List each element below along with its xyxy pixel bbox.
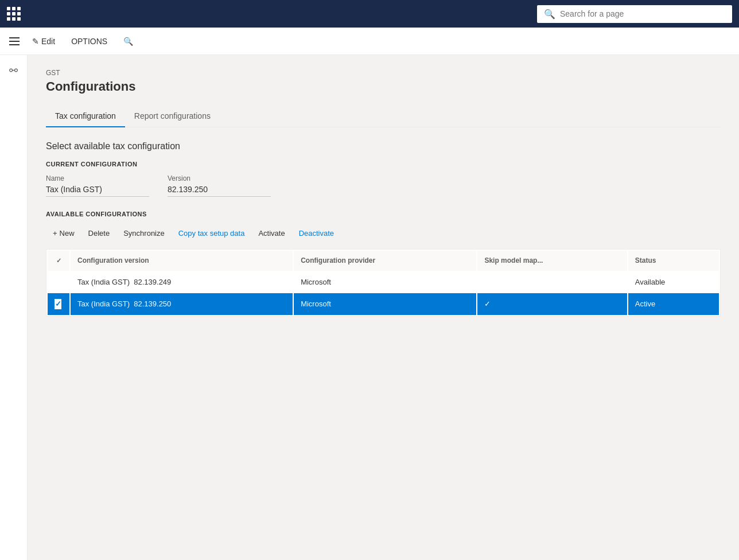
row-config-version: Tax (India GST) 82.139.249	[71, 272, 293, 292]
deactivate-label: Deactivate	[299, 229, 334, 238]
row-config-version: Tax (India GST) 82.139.250	[71, 293, 293, 315]
synchronize-button[interactable]: Synchronize	[116, 224, 172, 242]
edit-icon: ✎	[32, 37, 39, 46]
main-layout: ⚯ GST Configurations Tax configuration R…	[0, 55, 739, 560]
new-icon: +	[53, 229, 57, 238]
row-skip-model	[477, 272, 627, 292]
config-name: Tax (India GST)	[77, 300, 130, 308]
top-nav-bar: 🔍	[0, 0, 739, 28]
action-bar: + New Delete Synchronize Copy tax setup …	[46, 224, 721, 242]
tab-tax-configuration[interactable]: Tax configuration	[46, 106, 125, 127]
main-content: GST Configurations Tax configuration Rep…	[28, 55, 739, 560]
page-title: Configurations	[46, 79, 721, 94]
top-bar-left	[7, 7, 21, 21]
row-check-cell[interactable]	[48, 272, 68, 283]
synchronize-label: Synchronize	[123, 229, 165, 238]
col-config-version: Configuration version	[71, 251, 293, 271]
options-label: OPTIONS	[71, 37, 107, 46]
version-label: Version	[168, 174, 271, 182]
header-checkbox[interactable]	[55, 257, 63, 265]
copy-tax-label: Copy tax setup data	[178, 229, 245, 238]
config-version: 82.139.249	[134, 278, 171, 286]
config-name: Tax (India GST)	[77, 278, 130, 286]
row-check-cell[interactable]	[48, 293, 68, 315]
row-provider: Microsoft	[294, 293, 476, 315]
delete-button[interactable]: Delete	[81, 224, 117, 242]
tabs-container: Tax configuration Report configurations	[46, 106, 721, 127]
name-field: Name Tax (India GST)	[46, 174, 149, 197]
name-label: Name	[46, 174, 149, 182]
col-skip-model: Skip model map...	[477, 251, 627, 271]
search-toolbar-button[interactable]: 🔍	[120, 34, 137, 48]
current-config-label: CURRENT CONFIGURATION	[46, 161, 721, 168]
new-label: New	[60, 229, 75, 238]
config-table: Configuration version Configuration prov…	[46, 249, 721, 317]
col-config-provider: Configuration provider	[294, 251, 476, 271]
version-field: Version 82.139.250	[168, 174, 271, 197]
row-status: Active	[628, 293, 719, 315]
table-row[interactable]: Tax (India GST) 82.139.250Microsoft✓Acti…	[48, 293, 719, 315]
tab-report-configurations[interactable]: Report configurations	[125, 106, 220, 127]
edit-button[interactable]: ✎ Edit	[29, 34, 59, 48]
breadcrumb: GST	[46, 69, 721, 77]
hamburger-menu-icon[interactable]	[9, 37, 20, 45]
options-button[interactable]: OPTIONS	[68, 34, 111, 48]
search-input[interactable]	[560, 9, 725, 18]
col-check	[48, 251, 69, 271]
row-skip-model: ✓	[477, 293, 627, 315]
col-status: Status	[628, 251, 719, 271]
search-bar[interactable]: 🔍	[537, 5, 732, 23]
version-value: 82.139.250	[168, 185, 271, 197]
section-title: Select available tax configuration	[46, 141, 721, 151]
left-sidebar: ⚯	[0, 55, 28, 560]
deactivate-button[interactable]: Deactivate	[292, 224, 341, 242]
new-button[interactable]: + New	[46, 224, 81, 242]
row-provider: Microsoft	[294, 272, 476, 292]
name-value: Tax (India GST)	[46, 185, 149, 197]
filter-icon[interactable]: ⚯	[9, 64, 18, 77]
config-version: 82.139.250	[134, 300, 171, 308]
waffle-menu-icon[interactable]	[7, 7, 21, 21]
row-selected-checkbox[interactable]	[55, 299, 61, 309]
secondary-toolbar: ✎ Edit OPTIONS 🔍	[0, 28, 739, 55]
row-status: Available	[628, 272, 719, 292]
copy-tax-button[interactable]: Copy tax setup data	[172, 224, 252, 242]
delete-label: Delete	[88, 229, 110, 238]
search-toolbar-icon: 🔍	[123, 37, 133, 46]
search-icon: 🔍	[544, 9, 555, 20]
table-row[interactable]: Tax (India GST) 82.139.249MicrosoftAvail…	[48, 272, 719, 292]
activate-button[interactable]: Activate	[251, 224, 291, 242]
current-config-form: Name Tax (India GST) Version 82.139.250	[46, 174, 721, 197]
activate-label: Activate	[258, 229, 285, 238]
avail-config-label: AVAILABLE CONFIGURATIONS	[46, 211, 721, 217]
edit-label: Edit	[41, 37, 55, 46]
